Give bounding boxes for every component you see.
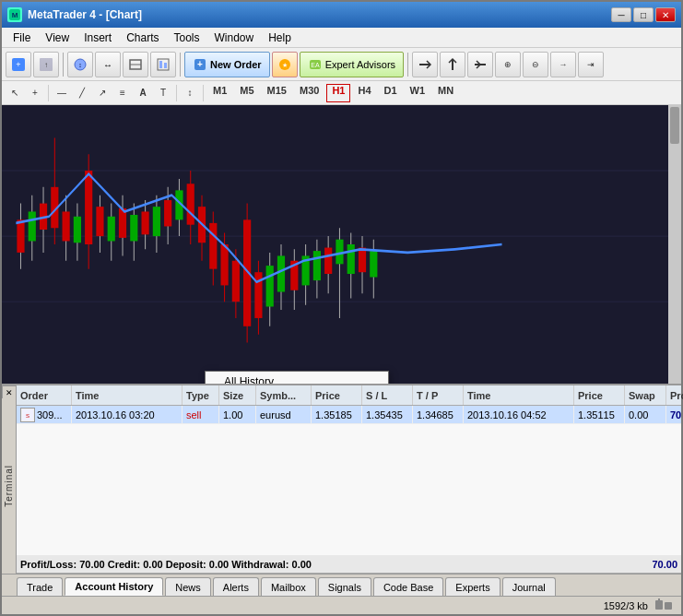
table-body: S 309... 2013.10.16 03:20 sell 1.00 euru… (2, 406, 681, 555)
ct-sep-1 (48, 85, 49, 101)
expert-advisors-button[interactable]: EA Expert Advisors (300, 52, 404, 77)
svg-rect-46 (96, 207, 103, 236)
textbox-btn[interactable]: T (154, 84, 172, 102)
svg-rect-58 (164, 200, 171, 226)
tf-h1[interactable]: H1 (326, 84, 350, 102)
terminal-label: Terminal (4, 465, 14, 507)
toolbar-btn-5[interactable] (123, 52, 148, 77)
svg-rect-76 (266, 266, 274, 306)
new-order-label: New Order (210, 59, 262, 70)
td-type: sell (183, 406, 219, 423)
svg-rect-54 (141, 211, 148, 234)
th-size: Size (219, 385, 256, 405)
tab-news[interactable]: News (165, 577, 211, 596)
tf-m5[interactable]: M5 (234, 84, 259, 102)
terminal-panel: ✕ Order Time Type Size Symb... Price S /… (2, 384, 681, 596)
toolbar-btn-4[interactable]: ↔ (95, 52, 121, 77)
svg-rect-68 (220, 244, 228, 285)
th-sl: S / L (362, 385, 413, 405)
toolbar-btn-12[interactable]: ⊖ (523, 52, 548, 77)
toolbar-btn-3[interactable]: ↕ (67, 52, 93, 77)
th-close-time: Time (464, 385, 574, 405)
th-price: Price (312, 385, 362, 405)
crosshair-btn[interactable]: + (26, 84, 44, 102)
svg-rect-12 (159, 61, 162, 68)
menu-file[interactable]: File (6, 30, 38, 46)
svg-rect-48 (108, 217, 115, 242)
tab-alerts[interactable]: Alerts (213, 577, 259, 596)
ct-sep-3 (203, 85, 204, 101)
tab-account-history[interactable]: Account History (65, 577, 163, 596)
menu-tools[interactable]: Tools (167, 30, 207, 46)
toolbar-btn-11[interactable]: ⊕ (495, 52, 521, 77)
th-time: Time (72, 385, 183, 405)
trend-btn[interactable]: ↗ (93, 84, 112, 102)
summary-text: Profit/Loss: 70.00 Credit: 0.00 Deposit:… (20, 559, 312, 570)
fib-btn[interactable]: ≡ (113, 84, 132, 102)
sell-icon: S (20, 408, 35, 422)
ct-sep-2 (176, 85, 177, 101)
svg-text:↕: ↕ (78, 62, 82, 68)
svg-text:↑: ↑ (44, 61, 48, 69)
menu-charts[interactable]: Charts (119, 30, 166, 46)
tf-h4[interactable]: H4 (352, 84, 376, 102)
cursor-btn[interactable]: ↖ (6, 84, 24, 102)
memory-status: 1592/3 kb (604, 600, 648, 611)
tab-bar: Trade Account History News Alerts Mailbo… (2, 574, 681, 596)
toolbar-btn-6[interactable] (150, 52, 176, 77)
toolbar-btn-10[interactable] (467, 52, 493, 77)
summary-row: Profit/Loss: 70.00 Credit: 0.00 Deposit:… (2, 555, 681, 574)
tab-signals[interactable]: Signals (318, 577, 371, 596)
chart-scrollbar[interactable] (668, 105, 681, 384)
menu-insert[interactable]: Insert (77, 30, 119, 46)
toolbar-btn-1[interactable]: + (6, 52, 31, 77)
tf-m15[interactable]: M15 (262, 84, 292, 102)
arrow-btn[interactable]: ↕ (181, 84, 199, 102)
main-toolbar: + ↑ ↕ ↔ + New Order ★ EA Expert Advisors (2, 48, 681, 81)
toolbar-btn-14[interactable]: ⇥ (578, 52, 604, 77)
svg-rect-108 (658, 598, 660, 600)
toolbar-btn-9[interactable] (440, 52, 465, 77)
svg-text:→: → (559, 60, 568, 69)
context-menu: All History Last 3 Months Last Month Cus… (205, 371, 389, 384)
text-btn[interactable]: A (134, 84, 152, 102)
th-close-price: Price (574, 385, 625, 405)
tab-experts[interactable]: Experts (445, 577, 500, 596)
line-btn[interactable]: — (53, 84, 71, 102)
td-tp: 1.34685 (413, 406, 464, 423)
th-type: Type (183, 385, 219, 405)
toolbar-btn-7[interactable]: ★ (272, 52, 298, 77)
svg-rect-34 (29, 211, 36, 241)
tf-mn[interactable]: MN (432, 84, 459, 102)
td-open-price: 1.35185 (312, 406, 362, 423)
toolbar-btn-13[interactable]: → (550, 52, 576, 77)
cm-all-history[interactable]: All History (206, 372, 388, 384)
table-row[interactable]: S 309... 2013.10.16 03:20 sell 1.00 euru… (2, 406, 681, 424)
menu-view[interactable]: View (38, 30, 77, 46)
hline-btn[interactable]: ╱ (73, 84, 91, 102)
toolbar-btn-8[interactable] (412, 52, 438, 77)
tab-trade[interactable]: Trade (17, 577, 63, 596)
maximize-button[interactable]: □ (633, 7, 654, 22)
menu-help[interactable]: Help (261, 30, 299, 46)
svg-rect-13 (164, 63, 167, 68)
svg-rect-11 (158, 59, 169, 70)
tf-w1[interactable]: W1 (405, 84, 431, 102)
chart-toolbar: ↖ + — ╱ ↗ ≡ A T ↕ M1 M5 M15 M30 H1 H4 D1… (2, 81, 681, 105)
tab-journal[interactable]: Journal (502, 577, 556, 596)
minimize-button[interactable]: ─ (611, 7, 631, 22)
th-tp: T / P (413, 385, 464, 405)
tab-code-base[interactable]: Code Base (373, 577, 443, 596)
new-order-button[interactable]: + New Order (184, 52, 270, 77)
terminal-sidebar: Terminal (2, 398, 17, 574)
close-button[interactable]: ✕ (655, 7, 676, 22)
tf-m1[interactable]: M1 (207, 84, 232, 102)
tab-mailbox[interactable]: Mailbox (261, 577, 316, 596)
tf-d1[interactable]: D1 (379, 84, 403, 102)
menu-window[interactable]: Window (207, 30, 262, 46)
title-bar-left: M MetaTrader 4 - [Chart] (7, 7, 142, 22)
toolbar-btn-2[interactable]: ↑ (33, 52, 59, 77)
svg-rect-44 (85, 171, 92, 244)
tf-m30[interactable]: M30 (294, 84, 324, 102)
svg-rect-92 (359, 248, 366, 273)
